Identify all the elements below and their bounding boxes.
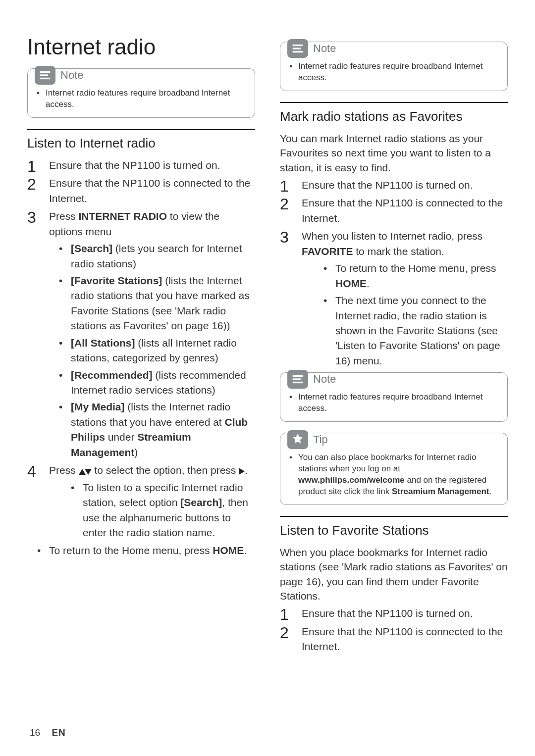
svg-rect-3 bbox=[293, 45, 303, 46]
step-1: Ensure that the NP1100 is turned on. bbox=[27, 158, 255, 173]
note-body: Internet radio features require broadban… bbox=[37, 88, 246, 110]
note-callout-right-top: Note Internet radio features require bro… bbox=[280, 42, 508, 91]
option-search: [Search] (lets you search for Internet r… bbox=[49, 241, 255, 271]
note-callout-right-mid: Note Internet radio features require bro… bbox=[280, 372, 508, 422]
page-lang: EN bbox=[52, 727, 65, 738]
svg-rect-1 bbox=[40, 75, 48, 76]
section-listen-internet-radio: Listen to Internet radio bbox=[27, 136, 255, 151]
right-arrow-icon bbox=[239, 468, 245, 475]
note-body: Internet radio features require broadban… bbox=[289, 392, 498, 414]
listen-intro: When you place bookmarks for Internet ra… bbox=[280, 545, 508, 604]
note-icon bbox=[287, 370, 308, 389]
fav-sub-next-time: The next time you connect to the Interne… bbox=[302, 293, 508, 368]
fav-sub-home: To return to the Home menu, press HOME. bbox=[302, 261, 508, 291]
note-icon bbox=[287, 39, 308, 58]
note-label: Note bbox=[313, 373, 336, 386]
svg-rect-6 bbox=[293, 376, 303, 377]
page-footer: 16 EN bbox=[30, 727, 66, 738]
note-callout-left: Note Internet radio features require bro… bbox=[27, 68, 255, 118]
svg-rect-8 bbox=[293, 382, 303, 383]
note-body: Internet radio features require broadban… bbox=[289, 61, 498, 84]
svg-rect-7 bbox=[293, 379, 300, 380]
option-favorite-stations: [Favorite Stations] (lists the Internet … bbox=[49, 273, 255, 334]
page-number: 16 bbox=[30, 727, 40, 738]
tip-icon bbox=[287, 430, 308, 449]
fav-step-2: Ensure that the NP1100 is connected to t… bbox=[280, 196, 508, 226]
step-3: Press INTERNET RADIO to view the options… bbox=[27, 209, 255, 460]
step-4-sub: To listen to a specific Internet radio s… bbox=[49, 480, 255, 541]
fav-intro: You can mark Internet radio stations as … bbox=[280, 131, 508, 175]
fav-step-1: Ensure that the NP1100 is turned on. bbox=[280, 178, 508, 193]
page-title: Internet radio bbox=[27, 35, 255, 59]
note-label: Note bbox=[313, 42, 336, 55]
down-arrow-icon bbox=[85, 469, 92, 475]
option-all-stations: [All Stations] (lists all Internet radio… bbox=[49, 336, 255, 366]
svg-rect-5 bbox=[293, 51, 303, 52]
fav-step-3: When you listen to Internet radio, press… bbox=[280, 229, 508, 368]
section-rule bbox=[280, 102, 508, 103]
svg-rect-4 bbox=[293, 48, 300, 49]
tip-body: You can also place bookmarks for Interne… bbox=[289, 452, 498, 498]
section-mark-favorites: Mark radio stations as Favorites bbox=[280, 109, 508, 124]
section-rule bbox=[27, 129, 255, 130]
note-label: Note bbox=[60, 69, 83, 82]
listen-step-1: Ensure that the NP1100 is turned on. bbox=[280, 606, 508, 621]
step-4: Press to select the option, then press .… bbox=[27, 463, 255, 540]
section-rule bbox=[280, 516, 508, 517]
return-home-left: To return to the Home menu, press HOME. bbox=[27, 543, 255, 558]
svg-rect-2 bbox=[40, 78, 50, 79]
option-recommended: [Recommended] (lists recommended Interne… bbox=[49, 368, 255, 398]
tip-label: Tip bbox=[313, 433, 328, 446]
section-listen-favorite-stations: Listen to Favorite Stations bbox=[280, 523, 508, 538]
svg-rect-0 bbox=[40, 71, 50, 72]
listen-step-2: Ensure that the NP1100 is connected to t… bbox=[280, 624, 508, 655]
option-my-media: [My Media] (lists the Internet radio sta… bbox=[49, 400, 255, 460]
tip-callout: Tip You can also place bookmarks for Int… bbox=[280, 433, 508, 505]
step-2: Ensure that the NP1100 is connected to t… bbox=[27, 176, 255, 206]
note-icon bbox=[35, 66, 55, 85]
